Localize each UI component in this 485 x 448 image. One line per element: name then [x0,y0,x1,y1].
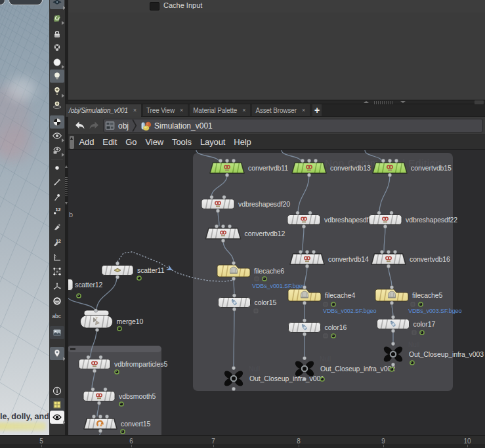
node-connector[interactable] [232,308,236,312]
node-display-flag[interactable] [137,276,141,280]
node-display-flag[interactable] [320,377,324,381]
node-bypass-flag[interactable] [324,334,327,338]
node-connector[interactable] [393,250,397,254]
eye-box-icon[interactable] [51,144,63,156]
node-connector[interactable] [228,224,232,228]
visible-eye-icon[interactable] [50,411,64,424]
node-display-flag[interactable] [117,327,121,331]
node-connector[interactable] [383,225,387,229]
node-connector[interactable] [307,173,311,177]
pen-icon[interactable] [51,176,63,188]
node-connector[interactable] [225,159,229,163]
lattice-icon[interactable] [51,266,63,277]
timeline-playbar[interactable]: 5678910 [0,435,485,448]
breadcrumb-segment-obj[interactable]: obj [118,121,129,131]
tab-material-palette[interactable]: Material Palette× [190,104,250,116]
window-grid-icon[interactable] [50,398,64,411]
node-display-flag[interactable] [420,331,424,335]
menu-layout[interactable]: Layout [196,137,229,147]
node-connector[interactable] [91,388,95,392]
node-connector[interactable] [388,173,392,177]
node-display-flag[interactable] [115,370,119,374]
node-connector[interactable] [380,250,384,254]
node-connector[interactable] [394,159,398,163]
node-connector[interactable] [221,224,225,228]
node-connector[interactable] [98,415,102,418]
node-connector[interactable] [116,262,119,266]
menu-go[interactable]: Go [121,137,141,147]
node-connector[interactable] [296,211,300,215]
back-button[interactable] [74,121,85,131]
node-connector[interactable] [390,211,394,215]
node-display-flag[interactable] [263,277,266,281]
node-connector[interactable] [232,387,236,391]
node-scatter12[interactable]: scatter12 [68,279,103,298]
tab-close-icon[interactable]: × [133,107,138,113]
info-icon[interactable] [51,385,63,397]
menu-collapse-handle[interactable] [70,136,74,149]
divider-up-arrow[interactable] [65,165,68,168]
node-connector[interactable] [312,250,316,254]
node-connector[interactable] [302,225,306,229]
node-display-flag[interactable] [410,361,414,365]
node-connector[interactable] [390,285,394,289]
node-connector[interactable] [390,301,394,305]
scene-viewport[interactable]: le, dolly, and [0,0,49,435]
disc-icon[interactable] [51,295,63,307]
node-connector[interactable] [305,264,309,268]
wire[interactable] [68,296,95,311]
node-connector[interactable] [210,195,214,199]
abc-icon[interactable]: abc [51,310,63,322]
node-connector[interactable] [377,211,381,215]
node-connector[interactable] [391,363,395,367]
dot-icon[interactable] [51,162,63,174]
node-connector[interactable] [305,250,309,254]
node-connector[interactable] [222,195,226,199]
tab-close-icon[interactable]: × [242,107,247,113]
tab-close-icon[interactable]: × [180,107,184,113]
node-connector[interactable] [308,211,312,215]
node-connector[interactable] [219,159,222,163]
node-connector[interactable] [92,415,96,418]
network-editor[interactable]: Non Commercial EditionbNullNullNullconve… [68,150,485,435]
node-connector[interactable] [303,285,306,289]
node-display-flag[interactable] [419,302,423,306]
node-connector[interactable] [391,342,395,346]
menu-help[interactable]: Help [230,137,255,147]
node-connector[interactable] [314,159,318,163]
node-connector[interactable] [93,369,96,373]
eye-paint-icon[interactable] [51,130,63,142]
node-connector[interactable] [303,319,306,323]
network-box-minimize-button[interactable] [70,348,75,350]
node-connector[interactable] [388,159,392,163]
node-connector[interactable] [97,401,101,405]
node-connector[interactable] [232,261,236,265]
node-connector[interactable] [303,377,306,381]
recycle-icon[interactable] [51,12,63,24]
node-connector[interactable] [98,429,102,433]
menu-add[interactable]: Add [75,137,98,147]
sphere-light-icon[interactable] [51,56,63,68]
node-bypass-flag[interactable] [412,331,416,335]
viewport-camera-button[interactable] [9,0,43,5]
image-icon[interactable] [50,326,64,339]
tab-asset-browser[interactable]: Asset Browser× [252,104,310,116]
node-connector[interactable] [303,301,306,305]
node-connector[interactable] [225,173,229,177]
network-path[interactable]: objSimulation_v001 [103,119,483,132]
menu-edit[interactable]: Edit [98,137,121,147]
node-connector[interactable] [381,159,385,163]
divider-down-arrow[interactable] [65,202,68,205]
node-connector[interactable] [94,309,98,313]
node-connector[interactable] [232,366,236,370]
node-connector[interactable] [232,277,236,281]
node-bypass-flag[interactable] [324,302,327,306]
keyframe-12-icon[interactable]: 12 [51,205,63,217]
node-display-flag[interactable] [331,334,335,338]
pin-icon[interactable] [51,192,63,203]
bulb-off-icon[interactable] [51,42,63,54]
divider-grip-dots[interactable] [65,177,68,195]
node-bypass-flag[interactable] [255,277,259,281]
node-bypass-flag[interactable] [411,302,415,306]
node-connector[interactable] [301,159,305,163]
